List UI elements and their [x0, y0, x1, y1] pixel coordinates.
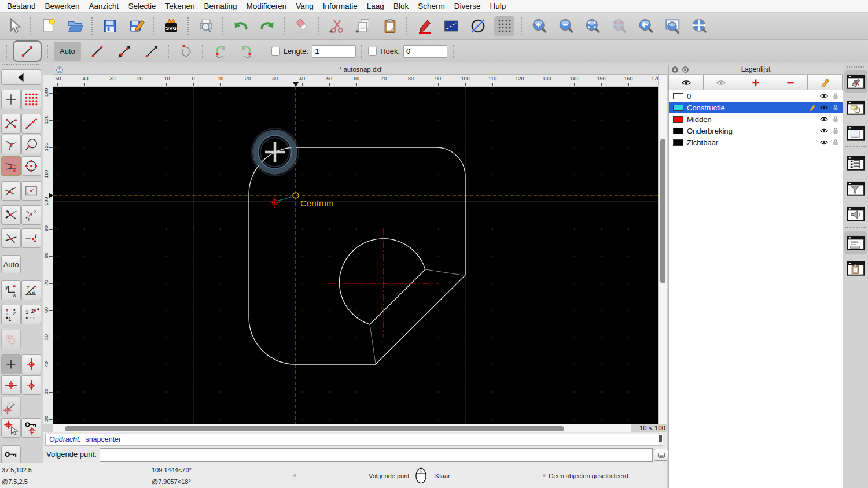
menu-hulp[interactable]: Hulp	[490, 2, 506, 10]
redo-button[interactable]	[257, 16, 277, 36]
snap-grid-button[interactable]	[21, 90, 41, 109]
snap-auto-button[interactable]: Auto	[1, 255, 21, 273]
horizontal-scrollbar-thumb[interactable]	[65, 426, 564, 431]
menu-scherm[interactable]: Scherm	[418, 2, 445, 10]
layer-row-midden[interactable]: Midden	[669, 113, 843, 125]
panel-filter-toggle-button[interactable]	[844, 177, 867, 200]
redo-sequence-button[interactable]	[236, 41, 258, 61]
layer-row-constructie[interactable]: Constructie	[669, 102, 843, 113]
panel-widget-toggle-button[interactable]	[844, 202, 867, 225]
restrict-horizontal-button[interactable]	[1, 375, 21, 395]
rel-point-b-button[interactable]: 12	[21, 305, 41, 324]
copy-button[interactable]: +	[353, 16, 373, 36]
snap-intersection-button[interactable]	[1, 205, 21, 225]
toolbar-handle[interactable]	[2, 64, 39, 65]
coord-polar-button[interactable]: ra	[21, 280, 41, 300]
layer-lock-toggle[interactable]	[832, 127, 840, 135]
paste-button[interactable]	[380, 16, 400, 36]
zoom-window-button[interactable]	[662, 16, 682, 36]
cut-button[interactable]: +	[326, 16, 347, 36]
select-pointer-crosshair-button[interactable]	[1, 418, 21, 438]
save-button[interactable]	[100, 16, 120, 36]
line-double-arrow-button[interactable]	[113, 41, 135, 61]
modify-layer-button[interactable]	[807, 75, 843, 90]
restrict-vertical-button[interactable]	[21, 375, 41, 395]
menu-diverse[interactable]: Diverse	[454, 2, 481, 10]
hide-all-layers-button[interactable]	[703, 75, 738, 90]
layer-row-0[interactable]: 0	[669, 90, 843, 102]
angle-gauge-button[interactable]	[1, 397, 21, 416]
layer-row-zichtbaar[interactable]: Zichtbaar	[669, 136, 843, 148]
layer-color-swatch[interactable]	[673, 116, 683, 123]
restrict-dash-button[interactable]	[21, 228, 41, 248]
layer-lock-toggle[interactable]	[832, 103, 840, 112]
add-layer-button[interactable]	[738, 75, 773, 90]
layer-lock-toggle[interactable]	[832, 92, 840, 100]
polyline-button[interactable]	[175, 41, 197, 61]
layer-color-swatch[interactable]	[673, 105, 683, 111]
snap-perpendicular-button[interactable]	[1, 135, 21, 154]
restrict-cross-button[interactable]	[1, 228, 21, 248]
line-red-button[interactable]	[86, 41, 108, 61]
menu-vang[interactable]: Vang	[296, 2, 314, 10]
snap-free-button[interactable]	[1, 90, 21, 109]
snap-tangent-button[interactable]	[1, 181, 21, 201]
panel-list-toggle-button[interactable]	[844, 151, 867, 175]
panel-command-toggle-button[interactable]	[844, 231, 867, 254]
menu-bewerken[interactable]: Bewerken	[45, 2, 80, 10]
delete-button[interactable]	[292, 16, 312, 36]
length-checkbox[interactable]	[271, 47, 280, 56]
export-svg-button[interactable]: SVG	[161, 16, 181, 36]
document-titlebar[interactable]: * autosnap.dxf	[53, 65, 667, 75]
save-as-button[interactable]	[126, 16, 146, 36]
menu-blok[interactable]: Blok	[393, 2, 409, 10]
coord-cartesian-button[interactable]: yx	[1, 280, 21, 300]
layer-color-swatch[interactable]	[673, 93, 683, 99]
zoom-auto-button[interactable]	[582, 16, 602, 36]
menu-aanzicht[interactable]: Aanzicht	[89, 2, 119, 10]
layer-visibility-toggle[interactable]	[819, 138, 829, 147]
menu-selectie[interactable]: Selectie	[128, 2, 156, 10]
grid-toggle-button[interactable]	[494, 16, 514, 36]
keyboard-toggle-button[interactable]	[654, 449, 668, 461]
panel-layers-toggle-button[interactable]	[844, 70, 867, 93]
zoom-previous-button[interactable]	[635, 16, 656, 36]
restrict-disabled-button[interactable]	[1, 330, 21, 349]
menu-tekenen[interactable]: Tekenen	[165, 2, 194, 10]
zoom-in-button[interactable]	[529, 16, 549, 36]
auto-mode-button[interactable]: Auto	[54, 42, 81, 61]
undo-button[interactable]	[230, 16, 251, 36]
layer-lock-toggle[interactable]	[832, 138, 840, 146]
vertical-scrollbar-thumb[interactable]	[660, 139, 665, 283]
snap-middle-button[interactable]	[1, 156, 21, 176]
layer-visibility-toggle[interactable]	[819, 91, 829, 101]
pen-attributes-button[interactable]	[414, 16, 435, 36]
menu-bestand[interactable]: Bestand	[7, 2, 36, 10]
restrict-nothing-button[interactable]	[1, 354, 21, 374]
remove-layer-button[interactable]	[773, 75, 808, 90]
menu-bemating[interactable]: Bemating	[204, 2, 237, 10]
line-attributes-button[interactable]	[441, 16, 461, 36]
panel-library-toggle-button[interactable]	[844, 121, 867, 145]
command-input[interactable]	[100, 448, 653, 462]
zoom-out-button[interactable]	[556, 16, 576, 36]
snap-intersection-manual-button[interactable]: 12	[21, 205, 41, 225]
length-input[interactable]	[312, 45, 356, 58]
print-preview-button[interactable]	[196, 16, 216, 36]
vertical-scrollbar[interactable]	[658, 75, 667, 424]
back-arrow-button[interactable]	[1, 69, 41, 85]
layer-visibility-toggle[interactable]	[819, 114, 829, 124]
show-all-layers-button[interactable]	[668, 75, 704, 90]
layer-row-onderbreking[interactable]: Onderbreking	[669, 125, 843, 136]
layer-lock-toggle[interactable]	[832, 115, 840, 123]
snap-distance-button[interactable]	[21, 135, 41, 154]
horizontal-scrollbar[interactable]	[53, 424, 631, 432]
panel-clipboard-toggle-button[interactable]	[844, 257, 867, 280]
menu-laag[interactable]: Laag	[367, 2, 384, 10]
open-file-button[interactable]	[65, 16, 85, 36]
lock-relative-zero-button[interactable]	[21, 418, 41, 438]
undo-sequence-button[interactable]	[209, 41, 231, 61]
snap-endpoints-button[interactable]	[1, 114, 21, 134]
layer-visibility-toggle[interactable]	[819, 126, 829, 135]
new-document-button[interactable]	[38, 16, 58, 36]
